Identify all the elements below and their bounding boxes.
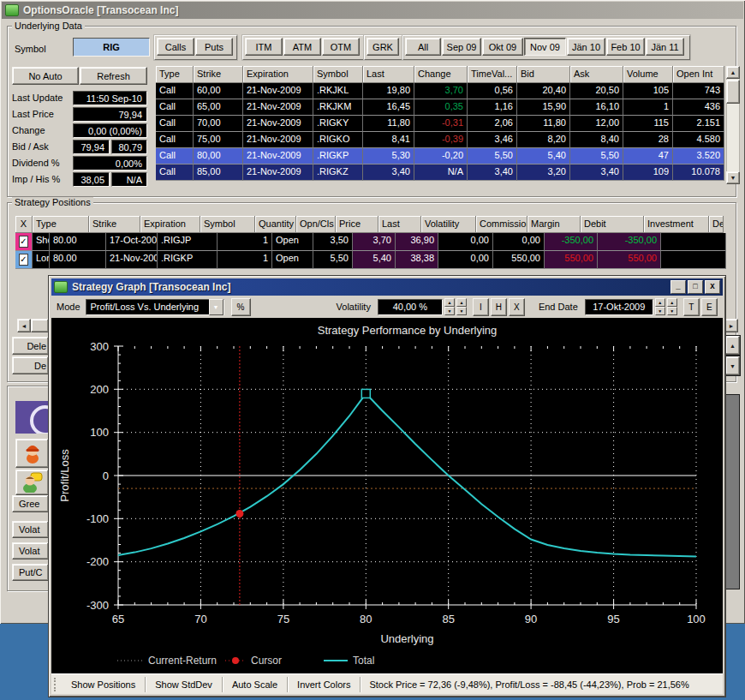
main-titlebar[interactable]: OptionsOracle [Transocean Inc] xyxy=(2,2,743,19)
symbol-input[interactable]: RIG xyxy=(73,38,150,57)
spin-up-icon[interactable]: ▲ xyxy=(667,298,677,307)
status-button-auto-scale[interactable]: Auto Scale xyxy=(224,676,285,693)
right-spin-down-icon[interactable]: ▼ xyxy=(725,356,740,375)
mode-dropdown[interactable]: Profit/Loss Vs. Underlying ▼ xyxy=(86,299,224,315)
filter-itm[interactable]: ITM xyxy=(245,38,283,56)
wizard-icon[interactable] xyxy=(15,439,49,468)
toolbar-grip-icon[interactable] xyxy=(54,678,60,691)
positions-header-3[interactable]: Expiration xyxy=(140,216,200,233)
filter-puts[interactable]: Puts xyxy=(195,38,233,56)
graph-button-x[interactable]: X xyxy=(509,298,525,316)
positions-header-6[interactable]: Opn/Cls xyxy=(296,216,336,233)
chain-row[interactable]: Call60,0021-Nov-2009.RKJKL19,803,700,562… xyxy=(156,83,724,99)
spin-down-icon[interactable]: ▼ xyxy=(456,307,467,315)
chain-row[interactable]: Call70,0021-Nov-2009.RIGKY11,80-0,312,06… xyxy=(156,116,724,132)
position-checkbox[interactable]: ✓ xyxy=(19,254,28,266)
tool-button-volat[interactable]: Volat xyxy=(12,521,49,538)
chain-row[interactable]: Call65,0021-Nov-2009.RKJKM16,450,351,161… xyxy=(156,99,724,116)
delete-button-1[interactable]: De xyxy=(12,356,49,374)
positions-header-0[interactable]: X xyxy=(15,216,33,233)
chain-row[interactable]: Call85,0021-Nov-2009.RIGKZ3,40N/A3,403,2… xyxy=(156,165,724,181)
chain-header-5[interactable]: Change xyxy=(414,66,468,83)
volatility-input[interactable]: 40,00 % xyxy=(378,299,443,315)
graph-button-i[interactable]: I xyxy=(473,298,489,316)
graph-titlebar[interactable]: Strategy Graph [Transocean Inc] _ □ X xyxy=(51,278,723,296)
spin-down-icon[interactable]: ▼ xyxy=(444,307,455,315)
hscroll-left-icon[interactable]: ◄ xyxy=(17,319,31,332)
status-button-show-stddev[interactable]: Show StdDev xyxy=(147,676,220,693)
chain-header-8[interactable]: Ask xyxy=(570,66,623,83)
chain-row[interactable]: Call75,0021-Nov-2009.RIGKO8,41-0,393,468… xyxy=(156,132,724,148)
tab-all[interactable]: All xyxy=(405,38,441,56)
tab-feb-10[interactable]: Feb 10 xyxy=(606,38,645,56)
maximize-icon[interactable]: □ xyxy=(688,280,703,294)
chain-header-1[interactable]: Strike xyxy=(194,66,243,83)
spin-down-icon[interactable]: ▼ xyxy=(655,307,665,315)
chain-header-7[interactable]: Bid xyxy=(517,66,570,83)
spin-down-icon[interactable]: ▼ xyxy=(667,307,677,315)
close-icon[interactable]: X xyxy=(705,280,720,294)
positions-header-4[interactable]: Symbol xyxy=(200,216,255,233)
hscroll-right-icon[interactable]: ► xyxy=(724,319,738,332)
profit-loss-chart[interactable]: -300-200-100010020030065707580859095100S… xyxy=(51,318,723,673)
positions-header-5[interactable]: Quantity xyxy=(255,216,296,233)
volatility-stepper-1[interactable]: ▲▼ xyxy=(444,298,455,315)
positions-header-7[interactable]: Price xyxy=(336,216,378,233)
minimize-icon[interactable]: _ xyxy=(670,280,686,294)
date-stepper-1[interactable]: ▲▼ xyxy=(655,298,665,315)
chain-header-9[interactable]: Volume xyxy=(623,66,673,83)
chain-header-3[interactable]: Symbol xyxy=(313,66,363,83)
date-stepper-2[interactable]: ▲▼ xyxy=(667,298,677,315)
chain-header-0[interactable]: Type xyxy=(156,66,194,83)
chain-header-6[interactable]: TimeVal... xyxy=(468,66,517,83)
position-checkbox[interactable]: ✓ xyxy=(19,236,28,248)
right-spin-up-icon[interactable]: ▲ xyxy=(725,336,740,355)
positions-header-2[interactable]: Strike xyxy=(89,216,140,233)
tab-jän-11[interactable]: Jän 11 xyxy=(646,38,684,56)
volatility-stepper-2[interactable]: ▲▼ xyxy=(456,298,467,315)
chain-header-10[interactable]: Open Int xyxy=(673,66,724,83)
positions-header-11[interactable]: Margin xyxy=(527,216,581,233)
tab-okt-09[interactable]: Okt 09 xyxy=(482,38,523,56)
end-date-input[interactable]: 17-Okt-2009 xyxy=(585,299,653,315)
tool-button-putc[interactable]: Put/C xyxy=(12,564,49,581)
status-button-invert-colors[interactable]: Invert Colors xyxy=(289,676,358,693)
status-button-show-positions[interactable]: Show Positions xyxy=(63,676,143,693)
chain-header-4[interactable]: Last xyxy=(363,66,414,83)
tab-sep-09[interactable]: Sep 09 xyxy=(442,38,481,56)
spin-up-icon[interactable]: ▲ xyxy=(456,298,467,307)
positions-header-13[interactable]: Investment xyxy=(644,216,709,233)
tab-nov-09[interactable]: Nov 09 xyxy=(524,38,566,56)
grk-button[interactable]: GRK xyxy=(367,38,399,56)
spin-up-icon[interactable]: ▲ xyxy=(444,298,455,307)
position-row[interactable]: ✓Short Call80.0017-Oct-2009.RIGJP1Open3,… xyxy=(15,233,726,251)
filter-atm[interactable]: ATM xyxy=(283,38,321,56)
positions-header-9[interactable]: Volatility xyxy=(421,216,476,233)
spin-up-icon[interactable]: ▲ xyxy=(655,298,665,307)
delete-button-0[interactable]: Dele xyxy=(12,337,49,355)
tab-jän-10[interactable]: Jän 10 xyxy=(567,38,605,56)
graph-button-t[interactable]: T xyxy=(683,298,700,316)
filter-otm[interactable]: OTM xyxy=(322,38,360,56)
percent-button[interactable]: % xyxy=(231,298,251,316)
right-scroll-track[interactable] xyxy=(725,394,740,589)
advisor-icon[interactable] xyxy=(15,470,49,495)
refresh-button[interactable]: Refresh xyxy=(80,67,147,85)
hscroll-thumb[interactable] xyxy=(31,319,49,332)
positions-header-10[interactable]: Commission xyxy=(476,216,527,233)
filter-calls[interactable]: Calls xyxy=(157,38,194,56)
chain-header-2[interactable]: Expiration xyxy=(243,66,313,83)
positions-header-14[interactable]: De xyxy=(709,216,724,233)
positions-header-1[interactable]: Type xyxy=(33,216,89,233)
chain-scroll-thumb[interactable] xyxy=(726,80,740,104)
positions-header-8[interactable]: Last xyxy=(378,216,421,233)
tool-button-volat[interactable]: Volat xyxy=(12,542,49,559)
graph-button-h[interactable]: H xyxy=(491,298,507,316)
graph-button-e[interactable]: E xyxy=(701,298,718,316)
chain-scroll-up-icon[interactable]: ▲ xyxy=(726,66,740,79)
strategy-chart[interactable]: -300-200-100010020030065707580859095100S… xyxy=(51,318,723,673)
tool-button-gree[interactable]: Gree xyxy=(12,495,49,512)
chain-scroll-down-icon[interactable]: ▼ xyxy=(726,171,740,184)
chain-row[interactable]: Call80,0021-Nov-2009.RIGKP5,30-0,205,505… xyxy=(156,148,724,165)
positions-header-12[interactable]: Debit xyxy=(581,216,644,233)
